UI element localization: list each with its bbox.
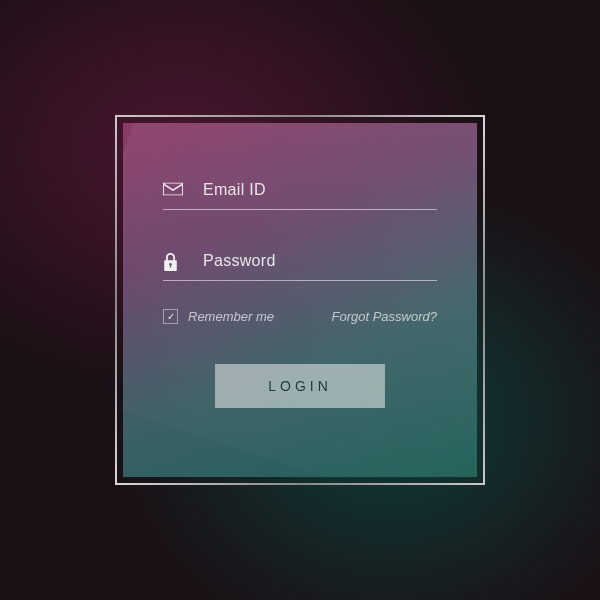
options-row: ✓ Remember me Forgot Password? <box>163 309 437 324</box>
login-card-inner: ✓ Remember me Forgot Password? LOGIN <box>123 123 477 477</box>
remember-label: Remember me <box>188 309 274 324</box>
lock-icon <box>163 253 185 269</box>
mail-icon <box>163 182 185 198</box>
checkbox-icon: ✓ <box>163 309 178 324</box>
remember-me-toggle[interactable]: ✓ Remember me <box>163 309 274 324</box>
password-input[interactable] <box>203 252 437 270</box>
email-field-row <box>163 173 437 210</box>
password-field-row <box>163 244 437 281</box>
login-button[interactable]: LOGIN <box>215 364 385 408</box>
forgot-password-link[interactable]: Forgot Password? <box>332 309 438 324</box>
login-card: ✓ Remember me Forgot Password? LOGIN <box>115 115 485 485</box>
email-input[interactable] <box>203 181 437 199</box>
